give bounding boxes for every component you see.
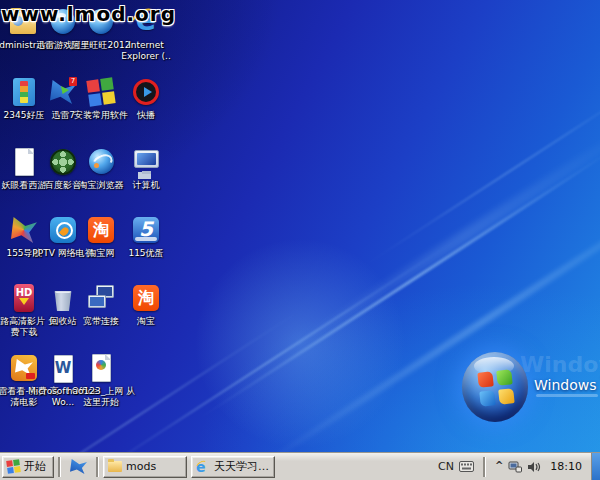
wallpaper-light-beam <box>358 72 600 270</box>
icon-label: 快播 <box>110 110 182 121</box>
network-icon[interactable] <box>508 461 522 473</box>
windows7-branding: Windows 7 Windows7 <box>450 340 600 440</box>
windows7-edition-text <box>536 394 598 397</box>
folder-icon <box>108 461 122 472</box>
desktop: www.lmod.org Administrator 迅雷游戏盒子 阿里旺旺20… <box>0 0 600 452</box>
taskbar-window-tiantian[interactable]: e 天天学习 - ... <box>191 456 275 478</box>
network-connection-icon <box>88 295 106 308</box>
icon-label: 计算机 <box>110 180 182 191</box>
icon-label: Internet Explorer (.. <box>110 40 182 62</box>
windows-flag-icon <box>6 459 21 474</box>
icon-label: hao123_上网 从这里开始 <box>65 386 137 408</box>
desktop-icon-115[interactable]: 5 115优蛋 <box>110 214 182 259</box>
windows-orb-logo <box>462 352 528 422</box>
wallpaper-light-beam <box>281 114 600 358</box>
hidden-icons-chevron[interactable]: ^ <box>495 460 503 471</box>
language-indicator[interactable]: CN <box>438 460 454 473</box>
qvod-icon <box>133 79 159 105</box>
icon-label: 淘宝 <box>110 316 182 327</box>
quicklaunch-thunder-icon[interactable] <box>70 459 87 474</box>
window-title: 天天学习 - ... <box>214 459 270 474</box>
wallpaper-light-beam <box>77 235 464 452</box>
desktop-icon-taobao[interactable]: 淘 淘宝 <box>110 282 182 327</box>
window-title: mods <box>126 460 156 473</box>
windows7-logo-text: Windows7 <box>534 372 600 394</box>
site-watermark: www.lmod.org <box>1 2 176 26</box>
taskbar-divider <box>58 457 61 477</box>
windows-flag-icon <box>477 369 514 406</box>
tray-divider <box>483 457 486 477</box>
taobao-icon: 淘 <box>133 285 159 311</box>
115-icon: 5 <box>133 217 159 243</box>
show-desktop-button[interactable] <box>591 453 600 480</box>
desktop-icon-hao123[interactable]: hao123_上网 从这里开始 <box>65 352 137 408</box>
start-button[interactable]: 开始 <box>2 456 54 478</box>
keyboard-icon[interactable] <box>459 461 474 472</box>
system-tray: CN ^ 18:10 <box>438 453 600 480</box>
taskbar-divider <box>96 457 99 477</box>
computer-icon <box>134 150 159 168</box>
clock[interactable]: 18:10 <box>546 460 586 473</box>
taskbar-window-mods[interactable]: mods <box>103 456 187 478</box>
start-label: 开始 <box>24 459 46 474</box>
ie-icon: e <box>196 460 210 474</box>
icon-label: 115优蛋 <box>110 248 182 259</box>
taskbar: 开始 mods e 天天学习 - ... CN ^ 18:10 <box>0 452 600 480</box>
hao123-swirl-icon <box>96 360 106 370</box>
desktop-icon-computer[interactable]: 计算机 <box>110 146 182 191</box>
volume-icon[interactable] <box>527 461 541 473</box>
desktop-icon-qvod[interactable]: 快播 <box>110 76 182 121</box>
